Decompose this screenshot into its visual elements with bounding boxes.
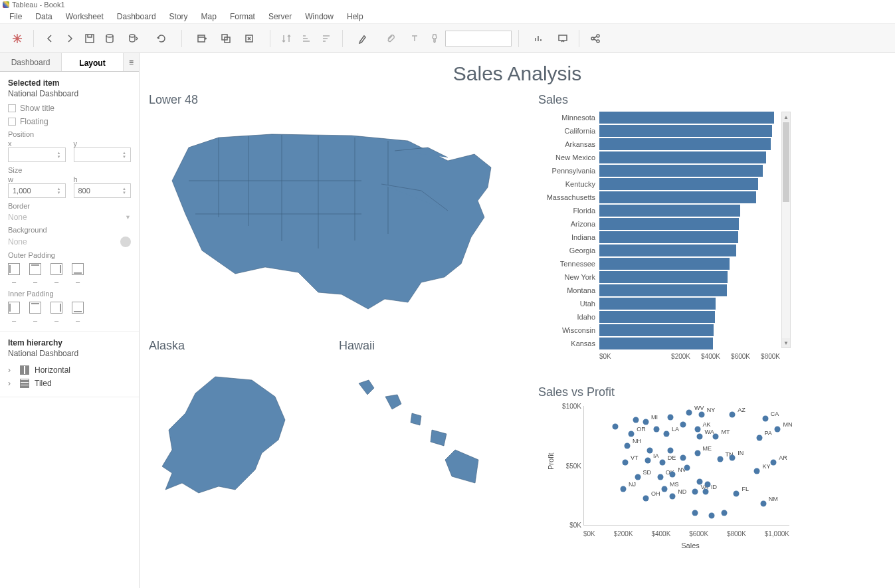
- scatter-point[interactable]: [696, 479, 702, 485]
- pad-bottom-icon[interactable]: [72, 302, 84, 314]
- lower48-viz[interactable]: Lower 48: [149, 93, 521, 326]
- scatter-point[interactable]: [696, 433, 702, 439]
- bar-row[interactable]: Arkansas: [538, 138, 780, 151]
- presentation-button[interactable]: [553, 29, 572, 48]
- hierarchy-item-horizontal[interactable]: › Horizontal: [8, 363, 131, 377]
- bar-row[interactable]: New Mexico: [538, 151, 780, 164]
- scatter-point[interactable]: [709, 512, 715, 518]
- scatter-point[interactable]: [680, 455, 686, 461]
- scatter-point[interactable]: [664, 431, 670, 437]
- outer-padding-icons[interactable]: [8, 263, 131, 275]
- bar-row[interactable]: Wisconsin: [538, 324, 780, 337]
- pad-bottom-icon[interactable]: [72, 263, 84, 275]
- scatter-point[interactable]: [760, 500, 766, 506]
- back-button[interactable]: [41, 29, 59, 48]
- pad-left-icon[interactable]: [8, 302, 20, 314]
- forward-button[interactable]: [60, 29, 79, 48]
- scatter-point[interactable]: [684, 464, 690, 470]
- menu-dashboard[interactable]: Dashboard: [110, 11, 163, 23]
- bar[interactable]: [599, 205, 740, 217]
- bar[interactable]: [599, 165, 763, 177]
- scatter-point[interactable]: [713, 433, 719, 439]
- show-title-checkbox[interactable]: Show title: [8, 104, 131, 113]
- scatter-point[interactable]: [635, 474, 641, 480]
- scatter-point[interactable]: [762, 415, 768, 421]
- bar-row[interactable]: California: [538, 124, 780, 138]
- bar[interactable]: [599, 138, 771, 150]
- scatter-point[interactable]: [643, 496, 649, 502]
- scatter-point[interactable]: [692, 510, 698, 516]
- sales-bar-chart[interactable]: Sales MinnesotaCaliforniaArkansasNew Mex…: [538, 93, 791, 360]
- bar[interactable]: [599, 338, 713, 349]
- scatter-point[interactable]: [670, 493, 676, 499]
- duplicate-button[interactable]: [217, 29, 235, 48]
- scatter-point[interactable]: [694, 450, 700, 456]
- hawaii-viz[interactable]: Hawaii: [339, 339, 525, 505]
- tab-menu-icon[interactable]: ≡: [123, 53, 139, 71]
- sort-asc-button[interactable]: [297, 29, 316, 48]
- scatter-point[interactable]: [756, 435, 762, 441]
- bar[interactable]: [599, 324, 714, 336]
- menu-map[interactable]: Map: [195, 11, 223, 23]
- pad-top-icon[interactable]: [29, 263, 41, 275]
- pad-top-icon[interactable]: [29, 302, 41, 314]
- bar-row[interactable]: Arizona: [538, 217, 780, 231]
- alaska-viz[interactable]: Alaska: [149, 339, 328, 505]
- scatter-point[interactable]: [702, 488, 708, 494]
- menu-help[interactable]: Help: [340, 11, 370, 23]
- share-button[interactable]: [586, 29, 605, 48]
- tab-dashboard[interactable]: Dashboard: [0, 53, 62, 71]
- bar[interactable]: [599, 191, 756, 203]
- scatter-point[interactable]: [698, 412, 704, 418]
- text-button[interactable]: [405, 29, 424, 48]
- menu-format[interactable]: Format: [223, 11, 262, 23]
- position-x-input[interactable]: ▲▼: [8, 147, 66, 162]
- pad-right-icon[interactable]: [50, 302, 62, 314]
- dashboard-canvas[interactable]: Sales Analysis Lower 48 Alaska Hawaii: [140, 53, 895, 588]
- new-data-source-button[interactable]: [100, 29, 119, 48]
- menu-data[interactable]: Data: [29, 11, 58, 23]
- size-h-input[interactable]: 800▲▼: [74, 183, 132, 198]
- save-button[interactable]: [80, 29, 99, 48]
- bar-row[interactable]: Minnesota: [538, 111, 780, 124]
- bar-row[interactable]: Massachusetts: [538, 191, 780, 204]
- border-select[interactable]: None▼: [8, 213, 131, 222]
- clear-button[interactable]: [237, 29, 263, 48]
- scatter-point[interactable]: [680, 421, 686, 427]
- bar[interactable]: [599, 125, 772, 137]
- scatter-point[interactable]: [692, 488, 698, 494]
- refresh-button[interactable]: [148, 29, 175, 48]
- swap-button[interactable]: [277, 29, 296, 48]
- tab-layout[interactable]: Layout: [62, 53, 123, 71]
- bar[interactable]: [599, 284, 727, 296]
- scatter-point[interactable]: [620, 486, 626, 492]
- new-worksheet-button[interactable]: [189, 29, 215, 48]
- sort-desc-button[interactable]: [317, 29, 336, 48]
- scatter-point[interactable]: [645, 457, 651, 463]
- scatter-point[interactable]: [643, 419, 649, 425]
- position-y-input[interactable]: ▲▼: [74, 147, 132, 162]
- scatter-point[interactable]: [629, 431, 635, 437]
- scatter-point[interactable]: [661, 486, 667, 492]
- scatter-point[interactable]: [717, 456, 723, 462]
- scatter-point[interactable]: [730, 455, 736, 461]
- bar-row[interactable]: Idaho: [538, 310, 780, 324]
- scatter-point[interactable]: [659, 460, 665, 466]
- inner-padding-icons[interactable]: [8, 302, 131, 314]
- bar[interactable]: [599, 311, 715, 323]
- bar-row[interactable]: Montana: [538, 284, 780, 297]
- scatter-point[interactable]: [633, 417, 639, 423]
- tableau-logo-button[interactable]: [8, 29, 27, 48]
- pad-left-icon[interactable]: [8, 263, 20, 275]
- scatter-point[interactable]: [668, 448, 674, 454]
- highlight-button[interactable]: [349, 29, 376, 48]
- hierarchy-item-tiled[interactable]: › Tiled: [8, 377, 131, 390]
- pause-auto-updates-button[interactable]: [120, 29, 147, 48]
- sales-scrollbar[interactable]: ▲ ▼: [781, 112, 791, 348]
- bar[interactable]: [599, 271, 728, 283]
- scatter-point[interactable]: [694, 427, 700, 433]
- scatter-point[interactable]: [647, 448, 653, 454]
- show-me-button[interactable]: [526, 29, 552, 48]
- bar[interactable]: [599, 231, 738, 243]
- menu-window[interactable]: Window: [298, 11, 340, 23]
